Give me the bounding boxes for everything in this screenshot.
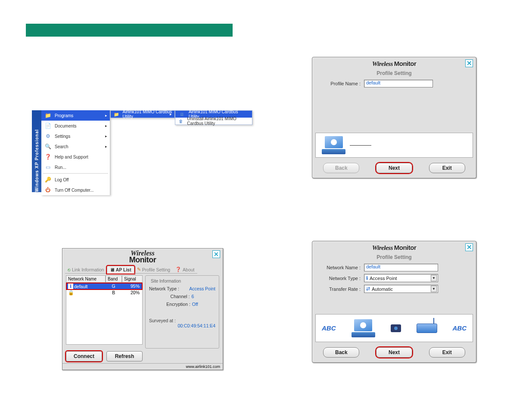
wireless-monitor-network-settings: Wireless Monitor ✕ Profile Setting Netwo… (312, 241, 476, 363)
next-button[interactable]: Next (376, 347, 412, 358)
profile-icon: ✎ (137, 267, 141, 272)
ap-row[interactable]: 🔒 B 20% (66, 290, 142, 296)
col-band[interactable]: Band (106, 275, 122, 283)
menu-item-run[interactable]: ▭ Run... (41, 162, 110, 172)
tab-ap-list[interactable]: 🖥 AP List (107, 266, 134, 274)
section-header-bar (26, 24, 233, 37)
submenu-arrow-icon: ▸ (105, 113, 107, 118)
profile-name-input[interactable]: default (364, 80, 433, 87)
tab-link-information[interactable]: ⎋ Link Information (65, 266, 107, 274)
uninstall-icon: 🗑 (178, 118, 184, 125)
search-icon: 🔍 (44, 143, 52, 150)
laptop-icon (322, 136, 345, 154)
dialog-subtitle: Profile Setting (314, 70, 475, 76)
tab-label: Profile Setting (142, 267, 170, 272)
brand-word-2: Monitor (129, 255, 156, 265)
menu-item-search[interactable]: 🔍 Search ▸ (41, 141, 110, 152)
col-signal[interactable]: Signal (122, 275, 143, 283)
transfer-rate-label: Transfer Rate : (320, 286, 361, 292)
submenu1-label: Airlink101 MIMO Cardbus Utility (123, 109, 172, 119)
menu-label: Documents (55, 124, 77, 128)
back-button[interactable]: Back (323, 163, 359, 173)
menu-item-shutdown[interactable]: ⏻ Turn Off Computer... (41, 185, 110, 195)
menu-item-logoff[interactable]: 🔑 Log Off (41, 174, 110, 185)
network-type-select[interactable]: ℹ Access Point ▼ (364, 274, 438, 282)
wireless-monitor-ap-list: Wireless Monitor ✕ ⎋ Link Information 🖥 … (62, 248, 223, 370)
submenu-arrow-icon: ▸ (105, 144, 107, 149)
menu-label: Log Off (55, 177, 69, 182)
close-icon[interactable]: ✕ (212, 250, 220, 258)
close-icon[interactable]: ✕ (465, 59, 473, 67)
row-signal: 20% (122, 290, 143, 296)
logoff-icon: 🔑 (44, 176, 52, 183)
row-band: B (106, 290, 122, 296)
menu-label: Search (55, 144, 68, 149)
surveyed-mac: 00:C0:49:54:11:E4 (149, 323, 215, 328)
arrows-icon: ⇄ (366, 286, 370, 292)
menu-item-settings[interactable]: ⚙ Settings ▸ (41, 131, 110, 141)
os-label: Windows XP Professional (34, 127, 39, 192)
router-icon (417, 324, 437, 333)
network-name-input[interactable]: default (364, 264, 438, 271)
transfer-rate-select[interactable]: ⇄ Automatic ▼ (364, 285, 438, 293)
exit-button[interactable]: Exit (429, 163, 465, 173)
row-band: G (106, 283, 122, 290)
site-channel-label: Channel : (171, 294, 190, 299)
row-signal: 95% (122, 283, 143, 290)
help-icon: ❓ (44, 153, 52, 160)
transfer-rate-value: Automatic (372, 286, 393, 292)
brand-word-2: Monitor (394, 244, 416, 251)
close-icon[interactable]: ✕ (465, 243, 473, 251)
submenu1-airlink-folder[interactable]: 📁 Airlink101 MIMO Cardbus Utility ▸ (111, 111, 174, 118)
settings-icon: ⚙ (44, 133, 52, 140)
brand-word-2: Monitor (394, 60, 416, 67)
exit-button[interactable]: Exit (429, 347, 465, 358)
tab-profile-setting[interactable]: ✎ Profile Setting (134, 266, 173, 274)
graphic-panel: ABC ABC (315, 314, 473, 342)
dialog-titlebar: Wireless Monitor ✕ (314, 243, 475, 253)
profile-name-label: Profile Name : (320, 81, 361, 86)
tab-label: Link Information (72, 267, 104, 272)
ap-rows-container[interactable]: ℹdefault G 95% 🔒 B 20% (66, 283, 143, 345)
network-type-value: Access Point (370, 276, 397, 281)
site-enc-label: Encryption : (166, 302, 190, 307)
dialog-titlebar: Wireless Monitor ✕ (62, 249, 223, 266)
row-name: default (74, 284, 88, 289)
tab-label: AP List (116, 267, 131, 272)
submenu2-uninstall[interactable]: 🗑 Uninstall Airlink101 MIMO Cardbus Util… (175, 118, 252, 125)
connect-button[interactable]: Connect (66, 351, 102, 361)
menu-item-programs[interactable]: 📁 Programs ▸ (41, 110, 110, 121)
menu-label: Help and Support (55, 155, 88, 159)
submenu2-label: Uninstall Airlink101 MIMO Cardbus Utilit… (187, 116, 249, 126)
submenu-arrow-icon: ▸ (170, 112, 172, 116)
menu-label: Run... (55, 165, 66, 170)
dialog-titlebar: Wireless Monitor ✕ (314, 59, 475, 69)
back-button[interactable]: Back (323, 347, 359, 358)
refresh-button[interactable]: Refresh (106, 351, 143, 361)
info-icon: ℹ (366, 275, 368, 281)
menu-label: Turn Off Computer... (55, 188, 94, 193)
site-information-panel: Site Information Network Type : Access P… (145, 275, 219, 349)
start-menu: Windows XP Professional 📁 Programs ▸ 📄 D… (32, 110, 252, 195)
run-icon: ▭ (44, 164, 52, 171)
tab-about[interactable]: ❓ About (173, 266, 197, 274)
wireless-monitor-profile-name: Wireless Monitor ✕ Profile Setting Profi… (312, 57, 476, 178)
info-icon: ℹ (68, 283, 73, 289)
col-network-name[interactable]: Network Name (66, 275, 106, 283)
app-icon: 🖥 (178, 111, 186, 118)
start-menu-sidebar: Windows XP Professional (32, 110, 41, 192)
start-submenu-2: 🖥 Airlink101 MIMO Cardbus Utility 🗑 Unin… (175, 110, 252, 125)
next-button[interactable]: Next (376, 163, 412, 173)
menu-item-documents[interactable]: 📄 Documents ▸ (41, 121, 110, 131)
device-icon (391, 324, 401, 332)
site-nettype-label: Network Type : (149, 286, 179, 291)
site-channel-value: 6 (192, 294, 194, 299)
ap-row-selected[interactable]: ℹdefault G 95% (66, 283, 142, 290)
about-icon: ❓ (175, 267, 181, 272)
brand-word-1: Wireless (372, 244, 393, 252)
site-nettype-value: Access Point (189, 286, 215, 291)
network-name-label: Network Name : (320, 265, 361, 270)
menu-item-help[interactable]: ❓ Help and Support (41, 152, 110, 162)
submenu-arrow-icon: ▸ (105, 134, 107, 138)
start-menu-main: 📁 Programs ▸ 📄 Documents ▸ ⚙ Settings ▸ … (41, 110, 110, 195)
